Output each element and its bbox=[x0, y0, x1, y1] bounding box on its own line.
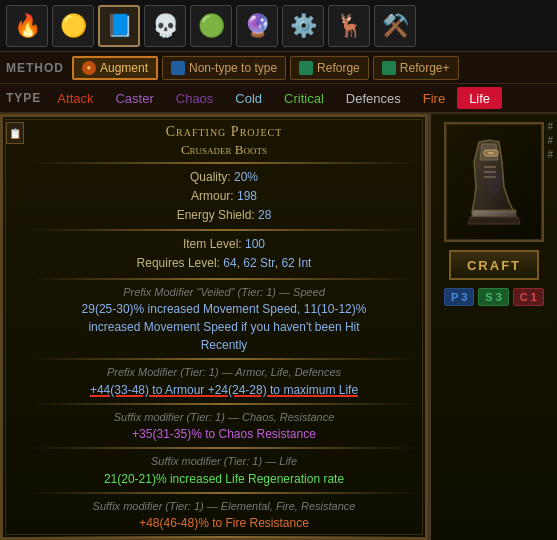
method-label: METHOD bbox=[6, 61, 64, 75]
augment-button[interactable]: ● Augment bbox=[72, 56, 158, 80]
mod-header-0: Prefix Modifier "Veiled" (Tier: 1) — Spe… bbox=[30, 284, 418, 301]
mod-value-3: 21(20-21)% increased Life Regeneration r… bbox=[30, 470, 418, 488]
augment-label: Augment bbox=[100, 61, 148, 75]
icon-slot-6[interactable]: 🔮 bbox=[236, 5, 278, 47]
ilvl-label: Item Level: bbox=[183, 237, 242, 251]
reforge-label: Reforge bbox=[317, 61, 360, 75]
mod-block-2: Suffix modifier (Tier: 1) — Chaos, Resis… bbox=[30, 409, 418, 444]
item-title: Crafting Project bbox=[30, 122, 418, 142]
psc-row: P 3 S 3 C 1 bbox=[444, 288, 544, 306]
mod-header-4: Suffix modifier (Tier: 1) — Elemental, F… bbox=[30, 498, 418, 515]
icon-bar: 🔥 🟡 📘 💀 🟢 🔮 ⚙️ 🦌 ⚒️ bbox=[0, 0, 557, 52]
reforge-button[interactable]: Reforge bbox=[290, 56, 369, 80]
non-type-icon bbox=[171, 61, 185, 75]
energy-label: Energy Shield: bbox=[177, 208, 255, 222]
reforge-plus-icon bbox=[382, 61, 396, 75]
tab-fire[interactable]: Fire bbox=[413, 87, 455, 109]
tab-life[interactable]: Life bbox=[457, 87, 502, 109]
armour-value: 198 bbox=[237, 189, 257, 203]
tab-critical[interactable]: Critical bbox=[274, 87, 334, 109]
divider-8 bbox=[30, 536, 418, 538]
icon-slot-9[interactable]: ⚒️ bbox=[374, 5, 416, 47]
reforge-icon bbox=[299, 61, 313, 75]
svg-rect-1 bbox=[488, 152, 494, 154]
mod-header-1: Prefix Modifier (Tier: 1) — Armor, Life,… bbox=[30, 364, 418, 381]
non-type-label: Non-type to type bbox=[189, 61, 277, 75]
tab-defences[interactable]: Defences bbox=[336, 87, 411, 109]
tab-caster[interactable]: Caster bbox=[105, 87, 163, 109]
augment-icon: ● bbox=[82, 61, 96, 75]
boot-image bbox=[454, 132, 534, 232]
divider-6 bbox=[30, 447, 418, 449]
content-inner: Crafting Project Crusader Boots Quality:… bbox=[0, 114, 428, 540]
crafted-count: C 1 bbox=[513, 288, 544, 306]
quality-value: 20% bbox=[234, 170, 258, 184]
right-panel: ### bbox=[429, 114, 557, 540]
divider-1 bbox=[30, 162, 418, 164]
reforge-plus-button[interactable]: Reforge+ bbox=[373, 56, 459, 80]
str-value: 62 Str bbox=[243, 256, 274, 270]
non-type-button[interactable]: Non-type to type bbox=[162, 56, 286, 80]
divider-7 bbox=[30, 492, 418, 494]
item-preview bbox=[444, 122, 544, 242]
armour-line: Armour: 198 bbox=[30, 187, 418, 206]
right-corner-text: ### bbox=[547, 120, 553, 162]
requires-label: Requires Level: bbox=[137, 256, 220, 270]
divider-4 bbox=[30, 358, 418, 360]
ilvl-value: 100 bbox=[245, 237, 265, 251]
icon-slot-3[interactable]: 📘 bbox=[98, 5, 140, 47]
mod-block-3: Suffix modifier (Tier: 1) — Life 21(20-2… bbox=[30, 453, 418, 488]
mod-block-0: Prefix Modifier "Veiled" (Tier: 1) — Spe… bbox=[30, 284, 418, 355]
prefix-count: P 3 bbox=[444, 288, 474, 306]
divider-5 bbox=[30, 403, 418, 405]
divider-3 bbox=[30, 278, 418, 280]
mod-header-2: Suffix modifier (Tier: 1) — Chaos, Resis… bbox=[30, 409, 418, 426]
item-subtitle: Crusader Boots bbox=[30, 142, 418, 158]
mod-value-2: +35(31-35)% to Chaos Resistance bbox=[30, 425, 418, 443]
energy-line: Energy Shield: 28 bbox=[30, 206, 418, 225]
icon-slot-7[interactable]: ⚙️ bbox=[282, 5, 324, 47]
icon-slot-8[interactable]: 🦌 bbox=[328, 5, 370, 47]
method-bar: METHOD ● Augment Non-type to type Reforg… bbox=[0, 52, 557, 84]
tab-chaos[interactable]: Chaos bbox=[166, 87, 224, 109]
mod-value-0: 29(25-30)% increased Movement Speed, 11(… bbox=[30, 300, 418, 354]
divider-2 bbox=[30, 229, 418, 231]
int-value: 62 Int bbox=[281, 256, 311, 270]
reforge-plus-label: Reforge+ bbox=[400, 61, 450, 75]
icon-slot-5[interactable]: 🟢 bbox=[190, 5, 232, 47]
tab-cold[interactable]: Cold bbox=[225, 87, 272, 109]
suffix-count: S 3 bbox=[478, 288, 509, 306]
type-label: TYPE bbox=[6, 91, 41, 105]
quality-label: Quality: bbox=[190, 170, 231, 184]
mod-value-1: +44(33-48) to Armour +24(24-28) to maxim… bbox=[30, 381, 418, 399]
craft-button[interactable]: CRAFT bbox=[449, 250, 539, 280]
icon-slot-4[interactable]: 💀 bbox=[144, 5, 186, 47]
type-bar: TYPE Attack Caster Chaos Cold Critical D… bbox=[0, 84, 557, 114]
main-area: 📋 Crafting Project Crusader Boots Qualit… bbox=[0, 114, 557, 540]
mod-header-3: Suffix modifier (Tier: 1) — Life bbox=[30, 453, 418, 470]
mod-block-1: Prefix Modifier (Tier: 1) — Armor, Life,… bbox=[30, 364, 418, 399]
left-panel: 📋 Crafting Project Crusader Boots Qualit… bbox=[0, 114, 429, 540]
tab-attack[interactable]: Attack bbox=[47, 87, 103, 109]
energy-value: 28 bbox=[258, 208, 271, 222]
quality-line: Quality: 20% bbox=[30, 168, 418, 187]
requires-value: 64 bbox=[223, 256, 236, 270]
mod-value-4: +48(46-48)% to Fire Resistance bbox=[30, 514, 418, 532]
armour-label: Armour: bbox=[191, 189, 234, 203]
svg-rect-0 bbox=[484, 150, 498, 156]
svg-point-5 bbox=[486, 170, 502, 194]
ilvl-line: Item Level: 100 bbox=[30, 235, 418, 254]
mod-block-4: Suffix modifier (Tier: 1) — Elemental, F… bbox=[30, 498, 418, 533]
icon-slot-2[interactable]: 🟡 bbox=[52, 5, 94, 47]
icon-slot-1[interactable]: 🔥 bbox=[6, 5, 48, 47]
requires-line: Requires Level: 64, 62 Str, 62 Int bbox=[30, 254, 418, 273]
